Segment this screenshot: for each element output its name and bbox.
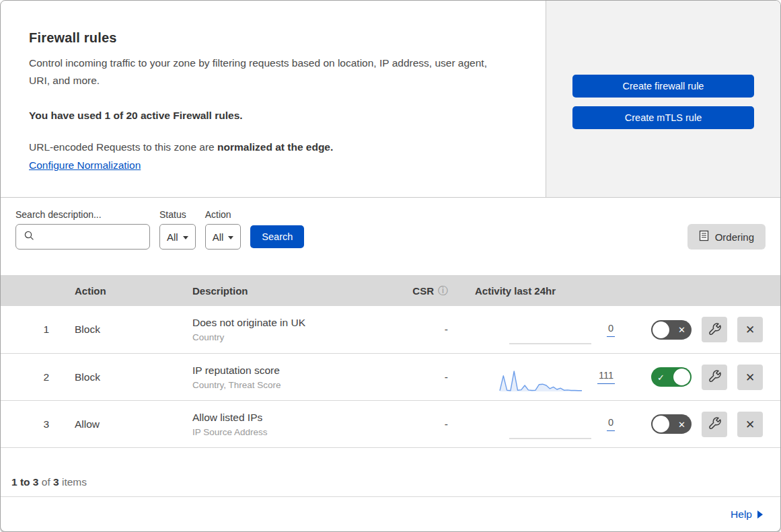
- edit-rule-button[interactable]: [702, 412, 727, 437]
- ordering-button[interactable]: Ordering: [687, 224, 766, 250]
- rule-number: 2: [1, 371, 61, 383]
- x-icon: ✕: [678, 419, 685, 429]
- rule-action: Block: [61, 371, 179, 383]
- search-icon: [24, 230, 35, 244]
- actions-panel: Create firewall rule Create mTLS rule: [546, 1, 780, 197]
- edit-rule-button[interactable]: [702, 317, 727, 342]
- create-mtls-rule-button[interactable]: Create mTLS rule: [572, 106, 754, 129]
- search-button[interactable]: Search: [250, 225, 304, 248]
- close-icon: ✕: [745, 371, 755, 384]
- help-label: Help: [731, 508, 752, 521]
- rule-enabled-toggle[interactable]: ✓ ✕: [651, 414, 692, 434]
- rule-enabled-toggle[interactable]: ✓ ✕: [651, 320, 692, 340]
- rule-action: Allow: [61, 418, 179, 430]
- table-header: Action Description CSR ⓘ Activity last 2…: [1, 275, 780, 306]
- csr-value: -: [401, 324, 461, 336]
- filter-controls: Search description... Status All Action: [15, 209, 304, 250]
- toggle-knob: [673, 369, 690, 385]
- usage-text: You have used 1 of 20 active Firewall ru…: [29, 110, 519, 122]
- chevron-down-icon: [228, 236, 233, 239]
- csr-column-header: CSR ⓘ: [401, 284, 461, 297]
- rule-description-cell: Does not originate in UK Country: [179, 317, 401, 342]
- normalization-prefix: URL-encoded Requests to this zone are: [29, 141, 217, 153]
- toggle-knob: [653, 321, 669, 338]
- activity-sparkline: [499, 369, 583, 393]
- rule-controls: ✓ ✕ ✕: [623, 365, 780, 390]
- activity-count-link[interactable]: 0: [607, 417, 615, 431]
- pagination-items: items: [62, 476, 87, 488]
- search-box: [15, 224, 150, 250]
- configure-normalization-link[interactable]: Configure Normalization: [29, 159, 141, 172]
- delete-rule-button[interactable]: ✕: [737, 412, 763, 437]
- delete-rule-button[interactable]: ✕: [737, 317, 763, 342]
- check-icon: ✓: [657, 372, 665, 382]
- chevron-down-icon: [183, 236, 188, 239]
- help-link[interactable]: Help: [731, 508, 763, 521]
- rule-description: Allow listed IPs: [192, 412, 401, 424]
- rule-description: Does not originate in UK: [192, 317, 401, 329]
- csr-header-label: CSR: [412, 285, 434, 297]
- ordering-icon: [699, 230, 709, 243]
- activity-column-header: Activity last 24hr: [461, 285, 623, 297]
- status-label: Status: [159, 209, 196, 220]
- status-select[interactable]: All: [159, 224, 196, 250]
- csr-value: -: [401, 418, 461, 430]
- pagination-summary: 1 to 3 of 3 items: [1, 447, 780, 496]
- delete-rule-button[interactable]: ✕: [737, 365, 763, 390]
- rule-controls: ✓ ✕ ✕: [623, 317, 780, 342]
- info-icon[interactable]: ⓘ: [438, 284, 448, 297]
- status-selected-value: All: [167, 231, 178, 243]
- search-input[interactable]: [35, 225, 180, 249]
- rule-fields: Country, Threat Score: [192, 380, 401, 390]
- page-description: Control incoming traffic to your zone by…: [29, 54, 500, 89]
- rule-fields: IP Source Address: [192, 427, 401, 437]
- ordering-label: Ordering: [715, 231, 754, 243]
- activity-count-link[interactable]: 111: [597, 370, 615, 384]
- activity-cell: 111: [461, 362, 623, 393]
- status-field: Status All: [159, 209, 196, 250]
- pagination-of: of: [42, 476, 50, 488]
- rule-number: 3: [1, 418, 61, 430]
- normalization-text: URL-encoded Requests to this zone are no…: [29, 141, 519, 153]
- action-select[interactable]: All: [205, 224, 241, 250]
- csr-value: -: [401, 371, 461, 383]
- description-column-header: Description: [179, 285, 401, 297]
- action-column-header: Action: [61, 285, 179, 297]
- rule-controls: ✓ ✕ ✕: [623, 412, 780, 437]
- action-label: Action: [205, 209, 241, 220]
- activity-sparkline: [509, 416, 592, 440]
- close-icon: ✕: [745, 323, 755, 336]
- pagination-range: 1 to 3: [11, 476, 38, 488]
- arrow-right-icon: [757, 510, 763, 519]
- toggle-knob: [653, 416, 669, 432]
- rule-description-cell: Allow listed IPs IP Source Address: [179, 412, 401, 437]
- action-field: Action All: [205, 209, 241, 250]
- rule-enabled-toggle[interactable]: ✓ ✕: [651, 367, 692, 387]
- table-row: 3 Allow Allow listed IPs IP Source Addre…: [1, 400, 780, 447]
- wrench-icon: [708, 322, 721, 338]
- create-firewall-rule-button[interactable]: Create firewall rule: [572, 75, 754, 98]
- activity-count-link[interactable]: 0: [607, 323, 615, 337]
- firewall-rules-card: Firewall rules Control incoming traffic …: [0, 0, 781, 532]
- table-row: 2 Block IP reputation score Country, Thr…: [1, 353, 780, 400]
- header-text-block: Firewall rules Control incoming traffic …: [1, 1, 546, 197]
- rule-action: Block: [61, 324, 179, 336]
- x-icon: ✕: [678, 325, 685, 335]
- rule-number: 1: [1, 324, 61, 336]
- wrench-icon: [708, 369, 721, 385]
- activity-sparkline: [509, 321, 592, 345]
- close-icon: ✕: [745, 418, 755, 431]
- rule-fields: Country: [192, 332, 401, 342]
- wrench-icon: [708, 416, 721, 432]
- table-row: 1 Block Does not originate in UK Country…: [1, 306, 780, 353]
- edit-rule-button[interactable]: [702, 365, 727, 390]
- help-bar: Help: [1, 496, 780, 532]
- action-selected-value: All: [213, 231, 224, 243]
- activity-cell: 0: [461, 409, 623, 440]
- rule-description: IP reputation score: [192, 365, 401, 377]
- activity-cell: 0: [461, 314, 623, 345]
- search-label: Search description...: [15, 209, 150, 220]
- rule-description-cell: IP reputation score Country, Threat Scor…: [179, 365, 401, 390]
- pagination-total: 3: [53, 476, 59, 488]
- normalization-bold: normalized at the edge.: [217, 141, 333, 153]
